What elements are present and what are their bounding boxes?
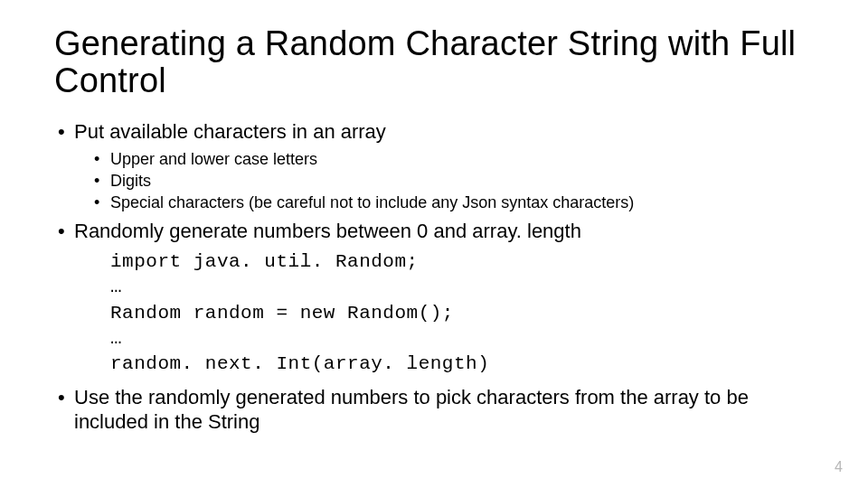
code-line-2: … bbox=[110, 277, 122, 297]
bullet-item-3: Use the randomly generated numbers to pi… bbox=[54, 385, 814, 435]
sub-bullet-2: Digits bbox=[90, 170, 814, 192]
bullet-item-1: Put available characters in an array Upp… bbox=[54, 119, 814, 213]
bullet-list: Put available characters in an array Upp… bbox=[54, 119, 814, 435]
code-block: import java. util. Random; … Random rand… bbox=[110, 249, 814, 378]
sub-bullet-1: Upper and lower case letters bbox=[90, 148, 814, 170]
bullet-text-3: Use the randomly generated numbers to pi… bbox=[74, 386, 749, 434]
slide-title: Generating a Random Character String wit… bbox=[54, 25, 814, 99]
bullet-item-2: Randomly generate numbers between 0 and … bbox=[54, 219, 814, 377]
code-line-5: random. next. Int(array. length) bbox=[110, 353, 489, 374]
sub-bullet-list-1: Upper and lower case letters Digits Spec… bbox=[74, 148, 814, 214]
bullet-text-1: Put available characters in an array bbox=[74, 120, 386, 143]
code-line-3: Random random = new Random(); bbox=[110, 303, 454, 324]
sub-bullet-3: Special characters (be careful not to in… bbox=[90, 192, 814, 213]
bullet-text-2: Randomly generate numbers between 0 and … bbox=[74, 220, 581, 242]
slide: Generating a Random Character String wit… bbox=[0, 0, 868, 488]
page-number: 4 bbox=[835, 459, 843, 475]
code-line-4: … bbox=[110, 328, 122, 349]
code-line-1: import java. util. Random; bbox=[110, 251, 419, 272]
